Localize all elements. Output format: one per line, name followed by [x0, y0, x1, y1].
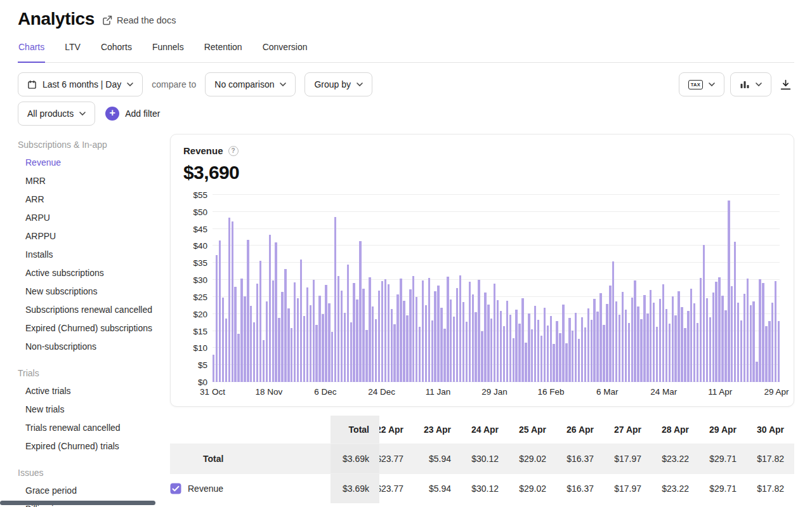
revenue-bar[interactable] [306, 287, 308, 382]
revenue-bar[interactable] [572, 331, 573, 382]
revenue-bar[interactable] [540, 336, 542, 382]
sidebar-item-new-trials[interactable]: New trials [18, 400, 170, 419]
revenue-bar[interactable] [359, 241, 361, 382]
revenue-bar[interactable] [750, 305, 752, 382]
revenue-bar[interactable] [381, 281, 383, 382]
revenue-bar[interactable] [603, 325, 605, 382]
revenue-bar[interactable] [553, 344, 554, 382]
revenue-bar[interactable] [256, 284, 258, 382]
revenue-bar[interactable] [469, 282, 471, 382]
revenue-bar[interactable] [625, 310, 627, 382]
revenue-bar[interactable] [434, 291, 436, 382]
revenue-bar[interactable] [562, 305, 564, 382]
revenue-bar[interactable] [690, 289, 692, 382]
revenue-bar[interactable] [706, 298, 708, 382]
read-docs-link[interactable]: Read the docs [102, 15, 176, 25]
revenue-bar[interactable] [297, 298, 299, 382]
sidebar-item-installs[interactable]: Installs [18, 246, 170, 264]
group-by-button[interactable]: Group by [304, 72, 372, 96]
revenue-bar[interactable] [740, 320, 742, 382]
revenue-bar[interactable] [752, 301, 754, 382]
revenue-bar[interactable] [478, 280, 480, 382]
revenue-bar[interactable] [665, 309, 667, 382]
revenue-checkbox[interactable] [170, 483, 181, 494]
revenue-bar[interactable] [678, 291, 679, 382]
revenue-bar[interactable] [672, 296, 674, 382]
revenue-bar[interactable] [591, 320, 593, 382]
revenue-bar[interactable] [643, 295, 645, 382]
revenue-bar[interactable] [550, 316, 552, 382]
revenue-bar[interactable] [518, 324, 520, 382]
revenue-bar[interactable] [565, 343, 567, 382]
revenue-bar[interactable] [331, 332, 333, 382]
revenue-bar[interactable] [213, 355, 214, 382]
revenue-bar[interactable] [372, 306, 374, 382]
revenue-bar[interactable] [422, 280, 424, 382]
revenue-bar[interactable] [599, 293, 601, 382]
revenue-bar[interactable] [310, 305, 311, 382]
revenue-bar[interactable] [447, 277, 449, 382]
help-icon[interactable]: ? [228, 146, 239, 156]
revenue-bar[interactable] [662, 284, 664, 382]
sidebar-item-active-trials[interactable]: Active trials [18, 382, 170, 400]
revenue-bar[interactable] [622, 292, 624, 382]
revenue-bar[interactable] [737, 303, 739, 383]
revenue-bar[interactable] [403, 301, 405, 382]
revenue-bar[interactable] [462, 302, 464, 382]
revenue-bar[interactable] [443, 329, 445, 382]
revenue-bar[interactable] [609, 286, 611, 382]
revenue-bar[interactable] [440, 308, 442, 382]
revenue-bar[interactable] [406, 315, 408, 382]
add-filter-button[interactable]: + Add filter [105, 107, 160, 121]
revenue-bar[interactable] [240, 279, 242, 382]
revenue-bar[interactable] [606, 304, 608, 382]
revenue-bar[interactable] [325, 285, 327, 382]
revenue-bar[interactable] [637, 306, 639, 382]
revenue-bar[interactable] [400, 279, 402, 382]
revenue-bar[interactable] [453, 317, 455, 382]
revenue-bar[interactable] [428, 278, 430, 382]
revenue-bar[interactable] [534, 306, 536, 382]
revenue-bar[interactable] [634, 280, 636, 382]
tab-ltv[interactable]: LTV [64, 42, 81, 62]
sidebar-item-revenue[interactable]: Revenue [18, 154, 170, 172]
revenue-bar[interactable] [225, 319, 227, 382]
sidebar-item-non-subscriptions[interactable]: Non-subscriptions [18, 338, 170, 356]
revenue-bar[interactable] [768, 321, 770, 382]
revenue-bar[interactable] [472, 294, 474, 382]
revenue-bar[interactable] [275, 242, 277, 382]
revenue-bar[interactable] [362, 289, 364, 383]
revenue-bar[interactable] [378, 291, 380, 382]
revenue-bar[interactable] [416, 297, 417, 382]
revenue-bar[interactable] [459, 275, 461, 382]
revenue-bar[interactable] [247, 240, 249, 382]
revenue-bar[interactable] [291, 328, 292, 382]
revenue-bar[interactable] [341, 291, 343, 382]
revenue-bar[interactable] [674, 315, 676, 382]
revenue-bar[interactable] [384, 279, 386, 382]
revenue-bar[interactable] [593, 299, 595, 382]
revenue-bar[interactable] [322, 314, 324, 382]
revenue-bar[interactable] [544, 308, 546, 382]
revenue-bar[interactable] [778, 321, 780, 382]
sidebar-item-trials-renewal-cancelled[interactable]: Trials renewal cancelled [18, 419, 170, 437]
revenue-bar[interactable] [528, 313, 530, 382]
revenue-bar[interactable] [531, 329, 533, 382]
revenue-bar[interactable] [484, 293, 486, 382]
revenue-bar[interactable] [497, 300, 499, 382]
tab-funnels[interactable]: Funnels [152, 42, 185, 62]
revenue-bar[interactable] [650, 290, 652, 382]
revenue-bar[interactable] [466, 322, 468, 382]
revenue-bar[interactable] [513, 338, 514, 382]
revenue-bar[interactable] [337, 276, 339, 382]
revenue-bar[interactable] [728, 201, 730, 382]
revenue-bar[interactable] [756, 362, 757, 382]
download-button[interactable] [777, 76, 794, 93]
revenue-bar[interactable] [700, 278, 702, 382]
sidebar-item-new-subscriptions[interactable]: New subscriptions [18, 282, 170, 301]
sidebar-item-arr[interactable]: ARR [18, 190, 170, 209]
revenue-bar[interactable] [506, 301, 508, 382]
revenue-bar[interactable] [222, 298, 224, 382]
revenue-bar[interactable] [712, 293, 714, 382]
revenue-bar[interactable] [232, 221, 233, 382]
